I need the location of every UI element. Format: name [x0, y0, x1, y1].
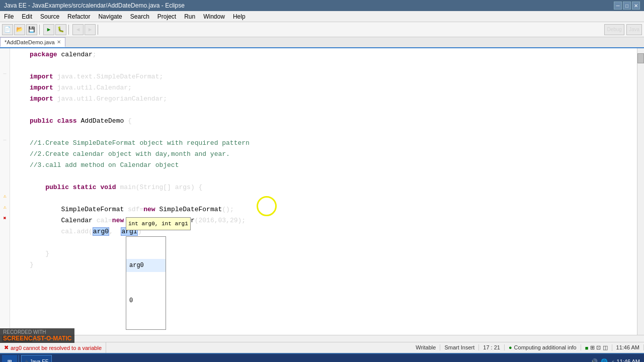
code-line-1: package calendar;	[10, 49, 637, 60]
editor-gutter: ─ ─ ⚠ ⚠ ✖	[0, 48, 10, 335]
toolbar-run[interactable]: ▶	[43, 24, 54, 35]
code-line-comment1: //1.Create SimpleDateFormat object with …	[10, 138, 637, 149]
tab-close-button[interactable]: ✕	[57, 39, 61, 45]
tab-adddatedemo[interactable]: *AddDateDemo.java ✕	[0, 37, 65, 47]
code-line-import3: import java.util.GregorianCalendar;	[10, 94, 637, 105]
eclipse-icon: ☕	[25, 358, 28, 363]
code-line-class: public class AddDateDemo {	[10, 116, 637, 127]
autocomplete-item-0[interactable]: 0	[126, 294, 166, 307]
code-line-import2: import java.util.Calendar;	[10, 82, 637, 94]
status-bar: ✖ arg0 cannot be resolved to a variable …	[0, 342, 644, 353]
taskbar-system-tray: 🔊 🌐 ⚡ 11:46 AM	[591, 358, 642, 363]
status-writable: Writable	[412, 344, 440, 350]
code-line-import1: import java.text.SimpleDateFormat;	[10, 71, 637, 82]
minimize-button[interactable]: ─	[614, 2, 622, 10]
autocomplete-item-arg0[interactable]: arg0	[126, 259, 166, 272]
code-line-comment3: //3.call add method on Calendar object	[10, 160, 637, 171]
toolbar-debug-btn[interactable]: Debug	[604, 24, 624, 35]
scrollbar-thumb[interactable]	[637, 53, 644, 63]
editor-area: ─ ─ ⚠ ⚠ ✖ package calendar; import java.…	[0, 48, 644, 335]
menu-window[interactable]: Window	[199, 11, 229, 22]
watermark-text: RECORDED WITH	[3, 329, 71, 335]
toolbar-debug[interactable]: 🐛	[55, 24, 66, 35]
gutter-collapse2[interactable]: ─	[3, 138, 6, 149]
toolbar-sep3	[98, 25, 100, 35]
taskbar: ⊞ ☕ Java EE 🔊 🌐 ⚡ 11:46 AM	[0, 353, 644, 362]
toolbar-sep2	[68, 25, 70, 35]
code-line-main: public static void main(String[] args) {	[10, 182, 637, 193]
restore-button[interactable]: □	[623, 2, 631, 10]
systray-time: 11:46 AM	[617, 358, 640, 362]
toolbar-java-btn[interactable]: Java	[626, 24, 642, 35]
code-line-blank5	[10, 193, 637, 204]
status-position: 17 : 21	[479, 344, 505, 350]
parameter-tooltip: int arg0, int arg1	[126, 217, 191, 230]
gutter-error1: ✖	[2, 215, 9, 226]
autocomplete-dropdown[interactable]: arg0 0	[126, 236, 166, 330]
status-insert-mode: Smart Insert	[440, 344, 479, 350]
menu-file[interactable]: File	[0, 11, 18, 22]
toolbar-back[interactable]: ◀	[72, 24, 84, 35]
taskbar-sep	[18, 355, 19, 362]
close-button[interactable]: ✕	[632, 2, 640, 10]
menu-project[interactable]: Project	[153, 11, 180, 22]
editor-scrollbar-horizontal[interactable]	[0, 335, 644, 342]
window-title: Java EE - JavaExamples/src/calendar/AddD…	[4, 2, 614, 9]
menu-search[interactable]: Search	[126, 11, 153, 22]
systray-icons: 🔊 🌐 ⚡	[591, 358, 615, 363]
menu-run[interactable]: Run	[180, 11, 199, 22]
taskbar-eclipse[interactable]: ☕ Java EE	[21, 355, 52, 362]
status-indicators: ■ ⊞ ⊡ ◫	[581, 344, 612, 351]
status-green-dot: ■	[585, 345, 589, 351]
eclipse-label: Java EE	[30, 359, 48, 363]
tab-label: *AddDateDemo.java	[5, 39, 55, 45]
toolbar-forward[interactable]: ▶	[85, 24, 96, 35]
error-icon: ✖	[4, 344, 9, 351]
menu-help[interactable]: Help	[229, 11, 250, 22]
code-editor[interactable]: package calendar; import java.text.Simpl…	[10, 48, 637, 335]
status-error: ✖ arg0 cannot be resolved to a variable	[0, 342, 106, 353]
code-line-caladd: cal.add(arg0, arg1) int arg0, int arg1 a…	[10, 226, 637, 237]
code-line-blank3	[10, 127, 637, 138]
status-time: 11:46 AM	[612, 344, 644, 350]
gutter-collapse1[interactable]: ─	[3, 71, 6, 82]
editor-scrollbar-vertical[interactable]	[637, 48, 644, 335]
title-bar: Java EE - JavaExamples/src/calendar/AddD…	[0, 0, 644, 11]
toolbar-save[interactable]: 💾	[26, 24, 37, 35]
watermark: RECORDED WITH SCREENCAST-O-MATIC	[0, 328, 74, 343]
watermark-brand: SCREENCAST-O-MATIC	[3, 335, 71, 342]
code-line-blank4	[10, 171, 637, 182]
code-line-blank2	[10, 105, 637, 116]
menu-edit[interactable]: Edit	[18, 11, 36, 22]
menu-bar: File Edit Source Refactor Navigate Searc…	[0, 11, 644, 22]
toolbar-sep1	[39, 25, 41, 35]
code-line-blank6	[10, 237, 637, 248]
menu-source[interactable]: Source	[36, 11, 63, 22]
status-info: ● Computing additional info	[505, 344, 581, 350]
code-line-close2: }	[10, 259, 637, 270]
code-line-close1: }	[10, 248, 637, 259]
code-line-blank1	[10, 60, 637, 71]
info-icon: ●	[509, 344, 512, 350]
window-controls: ─ □ ✕	[614, 2, 640, 10]
info-text: Computing additional info	[514, 344, 577, 350]
code-line-sdf: SimpleDateFormat sdf=new SimpleDateForma…	[10, 204, 637, 215]
start-button[interactable]: ⊞	[2, 355, 17, 362]
error-text: arg0 cannot be resolved to a variable	[11, 345, 102, 351]
arg0-highlight: arg0	[93, 227, 109, 236]
status-right-sections: Writable Smart Insert 17 : 21 ● Computin…	[412, 344, 644, 351]
toolbar-open[interactable]: 📂	[14, 24, 25, 35]
gutter-warn1: ⚠	[2, 193, 9, 204]
code-line-comment2: //2.Create calendar object with day,mont…	[10, 149, 637, 160]
toolbar-right: Debug Java	[604, 24, 642, 35]
status-icons: ⊞ ⊡ ◫	[590, 344, 607, 351]
menu-refactor[interactable]: Refactor	[63, 11, 94, 22]
gutter-warn2: ⚠	[2, 204, 9, 215]
toolbar-new[interactable]: 📄	[2, 24, 13, 35]
toolbar: 📄 📂 💾 ▶ 🐛 ◀ ▶ Debug Java	[0, 22, 644, 37]
tab-bar: *AddDateDemo.java ✕	[0, 37, 644, 48]
menu-navigate[interactable]: Navigate	[94, 11, 126, 22]
code-line-cal: Calendar cal=new GregorianCalendar(2016,…	[10, 215, 637, 226]
